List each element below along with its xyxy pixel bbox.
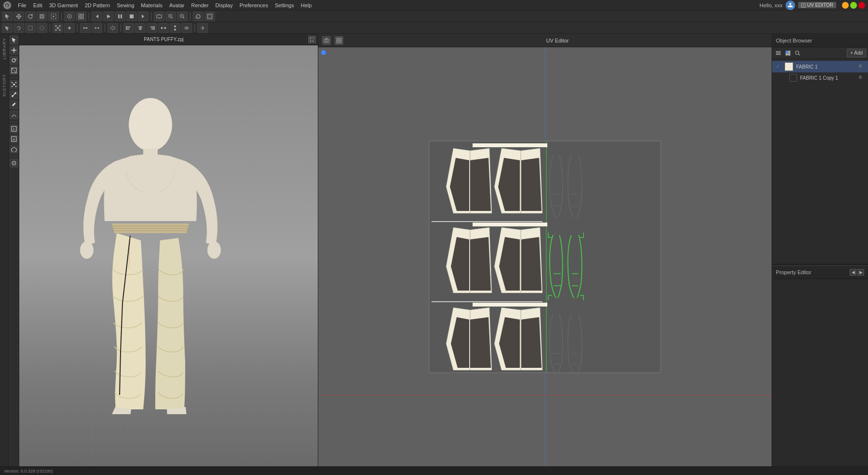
tool-stop[interactable] [126, 12, 137, 21]
tool-align-right[interactable] [147, 23, 157, 33]
icon-sewing-tool[interactable] [10, 111, 18, 119]
tool-align-center[interactable] [135, 23, 146, 33]
menu-render[interactable]: Render [188, 0, 212, 11]
svg-point-69 [11, 86, 12, 87]
tool-scale[interactable] [37, 12, 47, 21]
svg-text:C: C [6, 4, 8, 7]
menu-preferences[interactable]: Preferences [236, 0, 271, 11]
ob-material-icon[interactable] [784, 49, 792, 57]
viewport-expand-btn[interactable] [308, 36, 316, 43]
tool-move[interactable] [14, 12, 24, 21]
svg-point-90 [326, 40, 327, 42]
fabric1copy1-settings-icon[interactable]: ⚙ [858, 75, 864, 81]
tool-reset[interactable] [193, 12, 203, 21]
uv-horizontal-line [318, 395, 772, 395]
icon-point-tool[interactable] [10, 80, 18, 89]
tool-edit-points[interactable] [53, 23, 63, 33]
menu-materials[interactable]: Materials [137, 0, 166, 11]
tool-unfold[interactable] [108, 23, 118, 33]
tool-rotate[interactable] [25, 12, 36, 21]
svg-rect-17 [130, 14, 134, 18]
tool-lasso[interactable] [14, 23, 24, 33]
tool-circle-select[interactable] [37, 23, 47, 33]
ob-list-icon[interactable] [774, 49, 783, 57]
toolbar-row1 [0, 11, 868, 22]
icon-scale-tool[interactable] [10, 66, 18, 75]
svg-rect-116 [776, 54, 781, 55]
icon-cut-tool[interactable] [10, 90, 18, 99]
tool-play[interactable] [103, 12, 114, 21]
ob-add-button[interactable]: + Add [847, 49, 866, 57]
menu-2dpattern[interactable]: 2D Pattern [81, 0, 114, 11]
svg-point-8 [53, 15, 54, 17]
icon-move-tool[interactable] [10, 46, 18, 55]
menu-3dgarment[interactable]: 3D Garment [46, 0, 81, 11]
status-version: Version: 6.0.328 (r32100) [4, 469, 53, 474]
window-minimize[interactable] [842, 2, 849, 9]
fabric-item-fabric1[interactable]: ✓ FABRIC 1 ⚙ [772, 61, 868, 72]
svg-point-37 [68, 27, 70, 29]
tool-select[interactable] [2, 12, 13, 21]
sidebar-tab-history[interactable]: HISTORY [2, 74, 7, 97]
menu-display[interactable]: Display [212, 0, 236, 11]
property-editor-header: Property Editor ◀ ▶ [772, 265, 868, 279]
svg-rect-53 [150, 27, 154, 28]
tool-prev-frame[interactable] [92, 12, 102, 21]
uv-canvas[interactable] [318, 47, 772, 466]
tool-extra1[interactable] [197, 23, 208, 33]
svg-point-86 [80, 241, 94, 259]
window-close[interactable] [858, 2, 865, 9]
fabric1-name: FABRIC 1 [796, 64, 855, 70]
tool-weld[interactable] [80, 23, 91, 33]
icon-select-tool[interactable] [10, 36, 18, 44]
sidebar-tab-library[interactable]: LIBRARY [2, 38, 7, 59]
tool-box-select[interactable] [25, 23, 36, 33]
tool-grid[interactable] [76, 12, 86, 21]
tool-zoom-out[interactable] [177, 12, 188, 21]
tool-cursor[interactable] [2, 23, 13, 33]
window-maximize[interactable] [850, 2, 857, 9]
icon-view-front[interactable]: F [10, 125, 18, 133]
svg-rect-94 [339, 41, 341, 43]
tool-zoom-fit[interactable] [154, 12, 164, 21]
icon-view-back[interactable]: B [10, 135, 18, 143]
menu-sewing[interactable]: Sewing [113, 0, 137, 11]
tool-distribute-h[interactable] [158, 23, 169, 33]
uv-grid-icon[interactable] [335, 36, 343, 45]
toolbar-sep4 [190, 13, 190, 20]
tool-transform[interactable] [48, 12, 59, 21]
menu-help[interactable]: Help [298, 0, 315, 11]
property-editor-expand[interactable]: ▶ [857, 269, 864, 276]
viewport-title-bar: PANTS PUFFY.zpj [19, 34, 318, 45]
property-editor-collapse[interactable]: ◀ [850, 269, 856, 276]
svg-rect-119 [786, 53, 788, 56]
svg-rect-47 [127, 27, 130, 28]
menu-avatar[interactable]: Avatar [166, 0, 188, 11]
svg-point-40 [86, 27, 88, 28]
icon-rotate-tool[interactable] [10, 56, 18, 65]
menu-edit[interactable]: Edit [30, 0, 46, 11]
fabric-sub-item-fabric1copy1[interactable]: FABRIC 1 Copy 1 ⚙ [772, 72, 868, 83]
uv-editor-panel: UV Editor [318, 34, 772, 466]
uv-camera-icon[interactable] [322, 36, 331, 45]
tool-snap[interactable] [64, 12, 75, 21]
svg-rect-80 [19, 408, 318, 466]
tool-flip-h[interactable] [181, 23, 192, 33]
icon-paint-tool[interactable] [10, 100, 18, 109]
tool-distribute-v[interactable] [170, 23, 180, 33]
tool-zoom-in[interactable] [165, 12, 176, 21]
menu-file[interactable]: File [14, 0, 30, 11]
ob-search-icon[interactable] [793, 49, 802, 57]
tool-align-left[interactable] [123, 23, 134, 33]
menu-settings[interactable]: Settings [271, 0, 298, 11]
svg-rect-92 [339, 38, 341, 40]
tool-frame-all[interactable] [204, 12, 215, 21]
icon-extra1[interactable] [10, 159, 18, 168]
tool-next-frame[interactable] [138, 12, 149, 21]
uv-editor-header: UV Editor [318, 34, 772, 47]
tool-move-points[interactable] [64, 23, 75, 33]
fabric1-settings-icon[interactable]: ⚙ [858, 64, 864, 70]
tool-unweld[interactable] [92, 23, 102, 33]
icon-view-3d[interactable] [10, 145, 18, 154]
tool-pause[interactable] [115, 12, 125, 21]
